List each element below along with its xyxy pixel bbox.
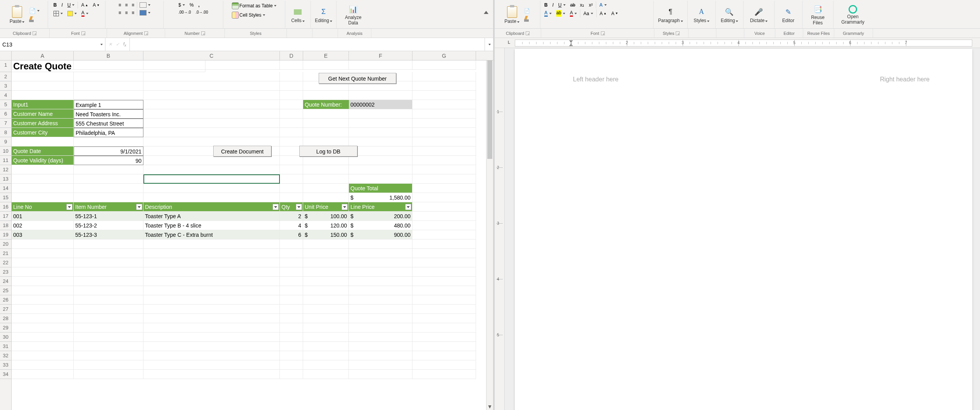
cell[interactable] <box>74 239 143 249</box>
cell[interactable] <box>303 286 349 295</box>
cell[interactable] <box>12 314 74 323</box>
cell[interactable] <box>412 212 476 221</box>
word-paragraph-button[interactable]: ¶ Paragraph <box>656 7 684 23</box>
cell[interactable] <box>12 72 74 81</box>
cell[interactable] <box>412 305 476 314</box>
cell[interactable] <box>280 60 303 70</box>
quote-total-label[interactable]: Quote Total <box>349 184 412 193</box>
cell[interactable] <box>412 72 476 81</box>
cell[interactable] <box>74 351 143 360</box>
cell[interactable] <box>412 137 476 146</box>
word-text-fill-button[interactable]: A <box>543 9 553 17</box>
word-font-color-button[interactable]: A <box>568 9 578 17</box>
cell[interactable] <box>143 137 280 146</box>
cell[interactable] <box>349 60 412 70</box>
cell[interactable] <box>412 286 476 295</box>
col-header-A[interactable]: A <box>12 51 74 60</box>
table-row[interactable]: 55-123-3 <box>74 230 143 239</box>
cell[interactable] <box>303 193 349 202</box>
filter-dropdown-icon[interactable] <box>296 204 302 210</box>
cell[interactable] <box>412 221 476 230</box>
cell[interactable] <box>280 258 303 267</box>
table-header[interactable]: Qty <box>280 202 303 212</box>
word-subscript-button[interactable]: x₂ <box>578 2 586 9</box>
get-next-quote-number-button[interactable]: Get Next Quote Number <box>319 73 396 84</box>
row-header-33[interactable]: 33 <box>0 360 11 370</box>
field-value[interactable]: 555 Chestnut Street <box>74 119 143 128</box>
cell[interactable] <box>74 91 143 100</box>
cell[interactable] <box>280 323 303 332</box>
selected-cell[interactable] <box>143 174 280 184</box>
cell[interactable] <box>412 314 476 323</box>
analyze-data-button[interactable]: 📊 Analyze Data <box>339 4 368 25</box>
cell[interactable] <box>303 174 349 184</box>
cell[interactable] <box>412 239 476 249</box>
cell[interactable] <box>303 351 349 360</box>
cell[interactable] <box>349 137 412 146</box>
cell[interactable] <box>74 249 143 258</box>
cell[interactable] <box>280 360 303 370</box>
cell[interactable] <box>12 332 74 342</box>
cell[interactable] <box>12 91 74 100</box>
table-row[interactable]: Toaster Type A <box>143 212 280 221</box>
filter-dropdown-icon[interactable] <box>405 204 411 210</box>
cell[interactable] <box>303 370 349 379</box>
cell[interactable] <box>303 165 349 174</box>
table-row[interactable]: $150.00 <box>303 230 349 239</box>
table-row[interactable]: 2 <box>280 212 303 221</box>
decrease-font-button[interactable]: A▼ <box>91 2 101 9</box>
collapse-ribbon-button[interactable] <box>484 11 488 14</box>
font-color-button[interactable]: A <box>80 9 90 17</box>
fill-color-button[interactable] <box>66 9 78 17</box>
cell[interactable] <box>74 174 143 184</box>
cell[interactable] <box>280 370 303 379</box>
name-box[interactable]: C13 <box>0 38 105 51</box>
accept-fx-icon[interactable]: ✓ <box>116 42 119 47</box>
row-header-5[interactable]: 5 <box>0 100 11 109</box>
cell[interactable] <box>303 184 349 193</box>
cell[interactable] <box>303 305 349 314</box>
row-header-28[interactable]: 28 <box>0 314 11 323</box>
cell[interactable] <box>280 119 303 128</box>
cell[interactable] <box>349 91 412 100</box>
cell[interactable] <box>412 184 476 193</box>
header-left-placeholder[interactable]: Left header here <box>573 76 618 83</box>
cell[interactable] <box>412 81 476 91</box>
cell[interactable] <box>349 332 412 342</box>
dialog-launcher-icon[interactable] <box>201 31 205 35</box>
word-format-painter-button[interactable] <box>523 15 533 23</box>
cell[interactable] <box>74 165 143 174</box>
cell[interactable] <box>280 286 303 295</box>
cell[interactable] <box>412 146 476 156</box>
cell[interactable] <box>12 342 74 351</box>
cell[interactable] <box>412 202 476 212</box>
row-header-30[interactable]: 30 <box>0 332 11 342</box>
cell[interactable] <box>143 370 280 379</box>
dialog-launcher-icon[interactable] <box>33 31 36 35</box>
cell[interactable] <box>412 174 476 184</box>
table-header[interactable]: Item Number <box>74 202 143 212</box>
cell[interactable] <box>349 323 412 332</box>
cell[interactable] <box>349 109 412 119</box>
row-header-1[interactable]: 1 <box>0 60 11 72</box>
cell[interactable] <box>349 128 412 137</box>
word-superscript-button[interactable]: x² <box>587 2 594 9</box>
cell[interactable] <box>303 323 349 332</box>
cell[interactable] <box>303 295 349 305</box>
cell[interactable] <box>280 193 303 202</box>
cell[interactable] <box>74 193 143 202</box>
quote-number-value[interactable]: 00000002 <box>349 100 412 109</box>
filter-dropdown-icon[interactable] <box>273 204 279 210</box>
page-title[interactable]: Create Quote <box>12 60 205 72</box>
cell[interactable] <box>143 239 280 249</box>
cell[interactable] <box>280 332 303 342</box>
cell[interactable] <box>143 109 280 119</box>
table-row[interactable]: 4 <box>280 221 303 230</box>
table-row[interactable]: 003 <box>12 230 74 239</box>
format-as-table-button[interactable]: Format as Table <box>230 2 278 10</box>
cell[interactable] <box>74 258 143 267</box>
grammarly-button[interactable]: Open Grammarly <box>836 5 870 24</box>
row-header-22[interactable]: 22 <box>0 258 11 267</box>
cell[interactable] <box>349 286 412 295</box>
row-header-29[interactable]: 29 <box>0 323 11 332</box>
